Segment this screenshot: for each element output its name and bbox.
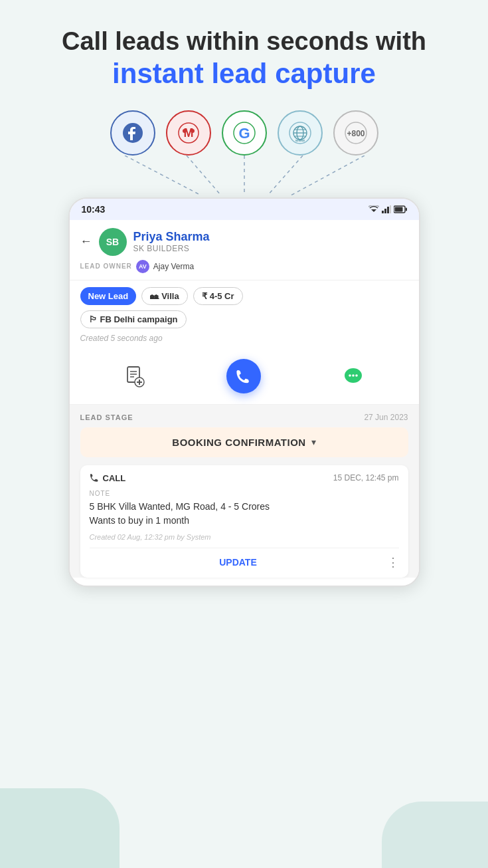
svg-rect-23 xyxy=(384,209,386,213)
tag-villa[interactable]: 🏘 Villa xyxy=(141,287,188,305)
lead-stage-header: LEAD STAGE 27 Jun 2023 xyxy=(80,413,408,422)
stage-dropdown-text: BOOKING CONFIRMATION xyxy=(172,437,305,448)
tags-row: New Lead 🏘 Villa ₹ 4-5 Cr xyxy=(80,287,408,305)
call-card-footer: UPDATE ⋮ xyxy=(90,548,399,570)
svg-point-37 xyxy=(349,374,351,377)
svg-text:+800: +800 xyxy=(347,129,365,138)
svg-rect-24 xyxy=(387,207,389,213)
call-button[interactable] xyxy=(226,359,261,393)
call-time: 15 DEC, 12:45 pm xyxy=(333,473,399,483)
campaign-icon: 🏳 xyxy=(89,314,98,324)
svg-text:www: www xyxy=(294,138,304,142)
svg-rect-28 xyxy=(406,207,407,211)
note-label: NOTE xyxy=(90,490,399,497)
more-options-button[interactable]: ⋮ xyxy=(387,555,399,570)
call-card-header: CALL 15 DEC, 12:45 pm xyxy=(90,473,399,483)
svg-point-38 xyxy=(352,374,355,377)
owner-name: Ajay Verma xyxy=(153,262,194,271)
svg-point-3 xyxy=(183,129,187,133)
call-label: CALL xyxy=(90,473,126,483)
google-icon[interactable]: G xyxy=(222,110,267,156)
battery-icon xyxy=(394,205,407,213)
bottom-decoration xyxy=(0,788,488,868)
headline-line2: instant lead capture xyxy=(62,57,426,90)
teal-blob-right xyxy=(382,802,488,868)
headline-line1: Call leads within seconds with xyxy=(62,27,426,57)
status-icons xyxy=(368,205,407,213)
price-text: 4-5 Cr xyxy=(210,291,234,301)
call-text: CALL xyxy=(103,473,126,483)
update-button[interactable]: UPDATE xyxy=(90,557,387,568)
lead-stage-date: 27 Jun 2023 xyxy=(364,413,408,422)
svg-point-4 xyxy=(191,129,195,133)
message-button[interactable] xyxy=(336,359,370,393)
dashed-lines xyxy=(68,156,420,199)
svg-line-19 xyxy=(268,156,303,195)
campaign-text: FB Delhi campaign xyxy=(100,314,178,324)
svg-rect-25 xyxy=(390,205,391,213)
owner-avatar: AV xyxy=(136,260,149,273)
tag-new-lead[interactable]: New Lead xyxy=(80,287,137,305)
source-icons-row: M G www +800 xyxy=(110,110,378,156)
svg-text:M: M xyxy=(183,126,193,140)
status-bar: 10:43 xyxy=(70,199,419,220)
price-icon: ₹ xyxy=(202,291,207,301)
add-doc-button[interactable] xyxy=(118,359,152,393)
tag-price[interactable]: ₹ 4-5 Cr xyxy=(193,287,243,305)
tags-row-2: 🏳 FB Delhi campaign xyxy=(80,310,408,328)
headline-section: Call leads within seconds with instant l… xyxy=(62,27,426,90)
call-card: CALL 15 DEC, 12:45 pm NOTE 5 BHK Villa W… xyxy=(80,465,408,578)
svg-line-20 xyxy=(291,156,365,195)
new-lead-text: New Lead xyxy=(88,291,129,301)
web-icon[interactable]: www xyxy=(278,110,323,156)
back-button[interactable]: ← xyxy=(80,235,92,249)
facebook-icon[interactable] xyxy=(110,110,155,156)
teal-blob-left xyxy=(0,788,120,868)
svg-line-17 xyxy=(187,156,221,195)
svg-line-16 xyxy=(125,156,201,195)
dropdown-arrow-icon: ▾ xyxy=(311,437,316,447)
lead-owner-label: LEAD OWNER xyxy=(80,263,132,270)
tag-campaign[interactable]: 🏳 FB Delhi campaign xyxy=(80,310,187,328)
signal-icon xyxy=(382,205,391,213)
svg-rect-27 xyxy=(394,207,402,211)
stage-dropdown[interactable]: BOOKING CONFIRMATION ▾ xyxy=(80,427,408,457)
lead-stage-section: LEAD STAGE 27 Jun 2023 BOOKING CONFIRMAT… xyxy=(70,405,419,578)
lead-stage-label: LEAD STAGE xyxy=(80,413,133,421)
note-text: 5 BHK Villa Wanted, MG Road, 4 - 5 Crore… xyxy=(90,500,399,528)
company-name: SK BUILDERS xyxy=(133,244,210,253)
villa-text: Villa xyxy=(161,291,179,301)
phone-small-icon xyxy=(90,473,99,483)
svg-point-39 xyxy=(355,374,358,377)
svg-marker-21 xyxy=(371,209,376,212)
villa-icon: 🏘 xyxy=(150,291,159,301)
lead-name: Priya Sharma xyxy=(133,230,210,244)
svg-rect-22 xyxy=(382,211,384,213)
lead-header: ← SB Priya Sharma SK BUILDERS LEAD OWNER… xyxy=(70,220,419,280)
magicbricks-icon[interactable]: M xyxy=(166,110,211,156)
phone-mockup: 10:43 ← SB Priya xyxy=(68,197,420,587)
svg-text:G: G xyxy=(238,125,250,142)
wifi-icon xyxy=(368,205,379,213)
note-meta: Created 02 Aug, 12:32 pm by System xyxy=(90,533,399,541)
status-time: 10:43 xyxy=(82,204,106,215)
lead-avatar: SB xyxy=(99,228,127,256)
created-text: Created 5 seconds ago xyxy=(80,334,408,343)
tags-section: New Lead 🏘 Villa ₹ 4-5 Cr 🏳 FB Delhi cam… xyxy=(70,280,419,351)
actions-section xyxy=(70,351,419,405)
more-sources-icon[interactable]: +800 xyxy=(333,110,378,156)
